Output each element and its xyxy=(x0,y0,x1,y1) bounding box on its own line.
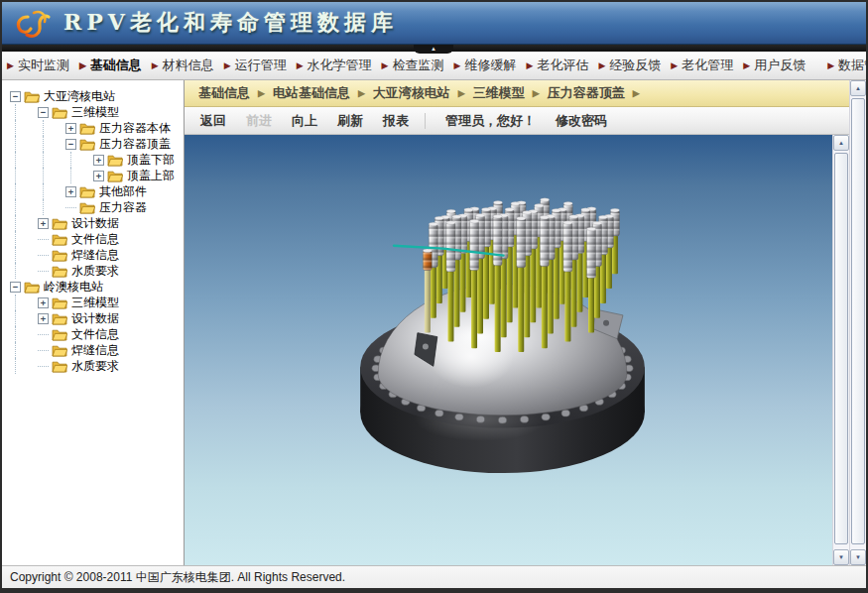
nav-item-label: 水化学管理 xyxy=(308,57,372,74)
toolbar-button-3[interactable]: 刷新 xyxy=(331,112,377,130)
tree-node-10[interactable]: 焊缝信息 xyxy=(2,247,184,263)
tree-node-6[interactable]: +其他部件 xyxy=(2,183,184,199)
tree-node-7[interactable]: 压力容器 xyxy=(2,199,184,215)
tree-node-label[interactable]: 三维模型 xyxy=(71,104,119,121)
viewport-scrollbar[interactable]: ▲▼ xyxy=(832,135,849,565)
nav-item-label: 运行管理 xyxy=(235,57,287,74)
scrollbar-track[interactable] xyxy=(833,152,849,548)
breadcrumb-item-3[interactable]: 三维模型 xyxy=(469,84,529,102)
nav-item-2[interactable]: ▶材料信息 xyxy=(147,52,219,79)
tree-node-label[interactable]: 三维模型 xyxy=(71,295,119,311)
nav-item-5[interactable]: ▶检查监测 xyxy=(377,52,449,79)
tree-node-1[interactable]: −三维模型 xyxy=(2,104,184,120)
tree-node-16[interactable]: 焊缝信息 xyxy=(2,342,184,358)
tree-node-5[interactable]: +顶盖上部 xyxy=(2,168,184,183)
expand-node-icon[interactable]: + xyxy=(65,123,76,134)
tree-guide xyxy=(10,183,38,199)
expand-node-icon[interactable]: + xyxy=(93,155,104,166)
tree-node-label[interactable]: 水质要求 xyxy=(71,358,119,375)
collapse-header-button[interactable]: ▲ xyxy=(414,45,453,54)
nav-item-label: 老化管理 xyxy=(682,57,733,74)
nav-item-10[interactable]: ▶用户反馈 xyxy=(738,52,810,79)
tree-node-label[interactable]: 其他部件 xyxy=(99,183,147,200)
collapse-node-icon[interactable]: − xyxy=(38,107,49,118)
model-viewport-3d[interactable] xyxy=(185,135,832,565)
tree-node-label[interactable]: 岭澳核电站 xyxy=(44,279,103,296)
tree-node-label[interactable]: 压力容器顶盖 xyxy=(99,136,171,153)
folder-icon xyxy=(52,233,67,246)
tree-node-8[interactable]: +设计数据 xyxy=(2,215,184,231)
folder-icon xyxy=(52,312,67,325)
expand-node-icon[interactable]: + xyxy=(38,297,49,308)
breadcrumb-item-4[interactable]: 压力容器顶盖 xyxy=(544,84,629,102)
tree-node-label[interactable]: 设计数据 xyxy=(71,215,119,232)
scroll-down-button[interactable]: ▼ xyxy=(833,549,849,565)
tree-node-12[interactable]: −岭澳核电站 xyxy=(2,279,184,295)
tree-node-13[interactable]: +三维模型 xyxy=(2,295,184,310)
tree-node-15[interactable]: 文件信息 xyxy=(2,326,184,342)
tree-node-9[interactable]: 文件信息 xyxy=(2,231,184,247)
tree-node-label[interactable]: 焊缝信息 xyxy=(71,342,119,359)
toolbar-button-0[interactable]: 返回 xyxy=(194,112,240,130)
nav-item-6[interactable]: ▶维修缓解 xyxy=(449,52,522,79)
tree-node-label[interactable]: 顶盖上部 xyxy=(127,168,175,184)
tree-node-0[interactable]: −大亚湾核电站 xyxy=(2,88,184,104)
collapse-node-icon[interactable]: − xyxy=(10,282,21,293)
toolbar-button-2[interactable]: 向上 xyxy=(286,112,331,130)
scroll-up-button[interactable]: ▲ xyxy=(850,80,866,96)
tree-guide xyxy=(65,168,93,183)
tree-guide xyxy=(38,152,65,168)
breadcrumb-item-0[interactable]: 基础信息 xyxy=(194,84,254,102)
tree-node-label[interactable]: 压力容器本体 xyxy=(99,120,171,137)
scrollbar-thumb[interactable] xyxy=(851,98,865,544)
tree-node-2[interactable]: +压力容器本体 xyxy=(2,120,184,136)
content-row: −大亚湾核电站−三维模型+压力容器本体−压力容器顶盖+顶盖下部+顶盖上部+其他部… xyxy=(2,80,866,565)
scroll-up-button[interactable]: ▲ xyxy=(833,135,849,151)
nav-item-label: 实时监测 xyxy=(18,57,69,74)
tree-guide xyxy=(38,199,65,215)
tree-node-3[interactable]: −压力容器顶盖 xyxy=(2,136,184,152)
collapse-node-icon[interactable]: − xyxy=(10,91,21,102)
tree-node-label[interactable]: 大亚湾核电站 xyxy=(44,88,115,105)
nav-item-7[interactable]: ▶老化评估 xyxy=(521,52,593,79)
folder-icon xyxy=(52,249,67,262)
nav-item-1[interactable]: ▶基础信息 xyxy=(74,52,147,79)
user-greeting: 管理员，您好！ xyxy=(435,112,546,130)
collapse-node-icon[interactable]: − xyxy=(65,139,76,150)
tree-node-label[interactable]: 压力容器 xyxy=(99,199,147,216)
breadcrumb-item-2[interactable]: 大亚湾核电站 xyxy=(369,84,454,102)
expand-node-icon[interactable]: + xyxy=(65,186,76,197)
page-scrollbar[interactable]: ▲▼ xyxy=(849,80,866,565)
scrollbar-thumb[interactable] xyxy=(834,153,848,544)
triangle-right-icon: ▶ xyxy=(743,60,750,70)
expand-node-icon[interactable]: + xyxy=(93,171,104,181)
tree-node-label[interactable]: 水质要求 xyxy=(71,263,119,280)
change-password-link[interactable]: 修改密码 xyxy=(546,112,617,130)
nav-item-4[interactable]: ▶水化学管理 xyxy=(292,52,377,79)
toolbar-button-4[interactable]: 报表 xyxy=(377,112,423,130)
tree-node-label[interactable]: 顶盖下部 xyxy=(127,152,175,169)
nav-item-0[interactable]: ▶实时监测 xyxy=(2,52,74,79)
tree-connector-stub xyxy=(38,366,49,367)
scrollbar-track[interactable] xyxy=(850,97,866,548)
scroll-down-button[interactable]: ▼ xyxy=(850,549,866,565)
tree-guide xyxy=(65,152,93,168)
tree-node-label[interactable]: 文件信息 xyxy=(71,326,119,343)
tree-node-11[interactable]: 水质要求 xyxy=(2,263,184,279)
tree-node-label[interactable]: 设计数据 xyxy=(71,310,119,327)
nav-item-9[interactable]: ▶老化管理 xyxy=(666,52,738,79)
expand-node-icon[interactable]: + xyxy=(38,313,49,324)
nav-item-11[interactable]: ▶数据管理 xyxy=(822,52,868,79)
triangle-right-icon: ▶ xyxy=(382,60,389,70)
folder-icon xyxy=(107,170,123,182)
tree-node-17[interactable]: 水质要求 xyxy=(2,358,184,374)
tree-node-4[interactable]: +顶盖下部 xyxy=(2,152,184,168)
tree-guide xyxy=(10,326,38,342)
nav-item-3[interactable]: ▶运行管理 xyxy=(219,52,292,79)
breadcrumb-item-1[interactable]: 电站基础信息 xyxy=(269,84,354,102)
tree-node-label[interactable]: 焊缝信息 xyxy=(71,247,119,264)
tree-node-14[interactable]: +设计数据 xyxy=(2,310,184,326)
nav-item-8[interactable]: ▶经验反馈 xyxy=(593,52,666,79)
tree-node-label[interactable]: 文件信息 xyxy=(71,231,119,248)
expand-node-icon[interactable]: + xyxy=(38,218,49,229)
